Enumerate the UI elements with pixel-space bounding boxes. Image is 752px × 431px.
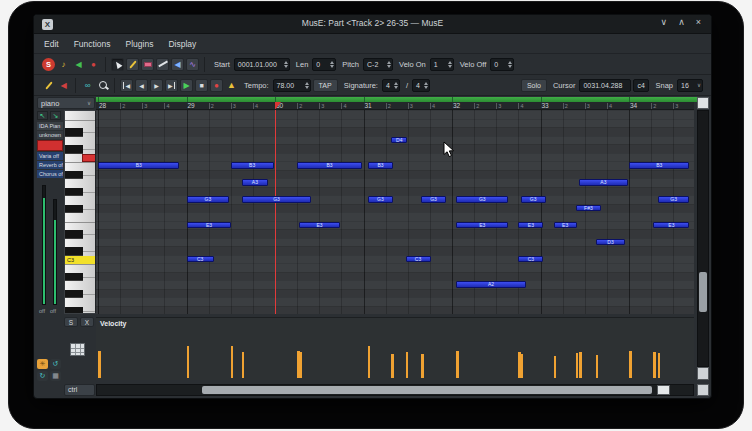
spinner-icon[interactable] [330, 61, 334, 68]
midi-note[interactable]: E3 [653, 222, 689, 229]
ruler-measure-label[interactable]: 34 [630, 102, 637, 110]
black-key-G#3[interactable] [65, 188, 83, 197]
play-button[interactable]: ▶ [180, 79, 193, 92]
velocity-bar[interactable] [554, 356, 557, 378]
velocity-bar[interactable] [653, 352, 656, 378]
step-record-icon[interactable]: S [42, 58, 55, 71]
midi-in-icon[interactable]: ♪ [57, 58, 70, 71]
midi-note[interactable]: E3 [456, 222, 508, 229]
spinner-icon[interactable] [508, 61, 512, 68]
next-part-button[interactable]: ↘ [50, 111, 61, 120]
cursor-note-key[interactable] [82, 154, 96, 163]
cursor-key[interactable]: C3 [65, 256, 96, 265]
wave-tool[interactable]: ∿ [186, 58, 199, 71]
ruler-measure-label[interactable]: 29 [188, 102, 195, 110]
pointer-tool[interactable] [111, 58, 124, 71]
shade-button[interactable]: ∨ [661, 17, 668, 27]
event-list-icon[interactable] [70, 343, 85, 356]
midi-note[interactable]: G3 [187, 196, 230, 203]
velocity-bar[interactable] [187, 349, 190, 378]
ruler-measure-label[interactable]: 33 [542, 102, 549, 110]
velocity-bar[interactable] [299, 352, 302, 378]
midi-note[interactable]: C3 [406, 256, 431, 263]
horizontal-scrollbar-thumb[interactable] [202, 386, 652, 394]
controller-row-chorus[interactable]: Chorus off [37, 170, 63, 178]
velocity-bar[interactable] [231, 346, 234, 378]
speaker-icon[interactable]: ◀ [72, 58, 85, 71]
velocity-bar[interactable] [576, 353, 579, 378]
controller-row-variation[interactable]: Varia off [37, 152, 63, 160]
skip-start-button[interactable]: ◀ [120, 79, 133, 92]
midi-note[interactable]: B3 [98, 162, 179, 169]
velocity-bar[interactable] [368, 349, 371, 378]
rewind-button[interactable]: ◀ [135, 79, 148, 92]
scrollbar-bottom-button[interactable] [697, 367, 709, 380]
midi-note[interactable]: G3 [368, 196, 393, 203]
ruler-measure-label[interactable]: 32 [453, 102, 460, 110]
spinner-icon[interactable] [284, 61, 288, 68]
midi-note[interactable]: E3 [187, 222, 232, 229]
midi-note[interactable]: G3 [658, 196, 690, 203]
velocity-bar[interactable] [456, 351, 459, 378]
black-key-D#4[interactable] [65, 128, 83, 137]
track-row-port[interactable]: unknown [37, 131, 63, 139]
velocity-panel[interactable]: Velocity [96, 317, 694, 380]
midi-note[interactable]: C3 [518, 256, 543, 263]
velocity-solo-button[interactable]: S [64, 317, 78, 327]
velocity-bar[interactable] [629, 351, 632, 378]
pan-slider[interactable] [53, 199, 57, 305]
midi-note[interactable]: E3 [554, 222, 577, 229]
undo-icon[interactable]: ↺ [50, 359, 61, 369]
velo-off-field[interactable]: 0 [490, 58, 514, 71]
velocity-canvas[interactable] [96, 318, 694, 380]
midi-note[interactable]: B3 [629, 162, 689, 169]
velocity-bar[interactable] [406, 352, 409, 378]
midi-note[interactable]: B3 [231, 162, 274, 169]
draw-icon[interactable] [42, 79, 55, 92]
midi-note[interactable]: G3 [521, 196, 546, 203]
midi-note[interactable]: F#3 [576, 205, 601, 212]
ruler-measure-label[interactable]: 28 [99, 102, 106, 110]
velocity-bar[interactable] [242, 352, 245, 378]
spinner-icon[interactable] [394, 82, 398, 89]
midi-note[interactable]: A2 [456, 281, 525, 288]
zoom-tool[interactable] [96, 79, 109, 92]
horizontal-scrollbar[interactable] [96, 384, 694, 396]
midi-note[interactable]: D3 [596, 239, 625, 246]
midi-note[interactable]: G3 [456, 196, 508, 203]
velocity-bar[interactable] [596, 355, 599, 378]
tempo-field[interactable]: 78.00 [273, 79, 311, 92]
ctrl-button[interactable]: ctrl [64, 384, 95, 396]
pitch-field[interactable]: C-2 [363, 58, 393, 71]
start-field[interactable]: 0001.01.000 [234, 58, 290, 71]
black-key-A#2[interactable] [65, 273, 83, 282]
velocity-bar[interactable] [391, 354, 394, 378]
velocity-bar[interactable] [98, 351, 101, 378]
record-button[interactable]: ● [210, 79, 223, 92]
midi-note[interactable]: D4 [391, 137, 407, 144]
velocity-bar[interactable] [521, 354, 524, 378]
grid-icon[interactable]: ▦ [50, 371, 61, 381]
sig-den-field[interactable]: 4 [412, 79, 430, 92]
black-key-A#3[interactable] [65, 171, 83, 180]
black-key-G#2[interactable] [65, 290, 83, 299]
velocity-bar[interactable] [421, 354, 424, 378]
speaker-red-icon[interactable]: ◀ [57, 79, 70, 92]
spinner-icon[interactable] [424, 82, 428, 89]
part-selector[interactable]: piano ∨ [37, 97, 95, 109]
sig-num-field[interactable]: 4 [382, 79, 400, 92]
piano-keyboard[interactable]: C3 [64, 110, 96, 314]
metronome-icon[interactable]: ▲ [225, 79, 238, 92]
velo-on-field[interactable]: 1 [430, 58, 454, 71]
black-key-C#3[interactable] [65, 247, 83, 256]
eraser-tool[interactable] [141, 58, 154, 71]
note-grid[interactable]: B3G3E3C3B3A3G3B3E3B3G3D4C3G3G3E3A2E3C3G3… [96, 110, 694, 314]
menu-functions[interactable]: Functions [74, 39, 111, 49]
pencil-tool[interactable] [126, 58, 139, 71]
vertical-scrollbar[interactable] [697, 110, 709, 367]
maximize-button[interactable]: ∧ [678, 17, 685, 27]
titlebar[interactable]: X MusE: Part <Track 2> 26-35 — MusE ∨ ∧ … [34, 15, 711, 34]
spinner-icon[interactable] [305, 82, 309, 89]
midi-note[interactable]: A3 [579, 179, 627, 186]
midi-note[interactable]: C3 [187, 256, 214, 263]
